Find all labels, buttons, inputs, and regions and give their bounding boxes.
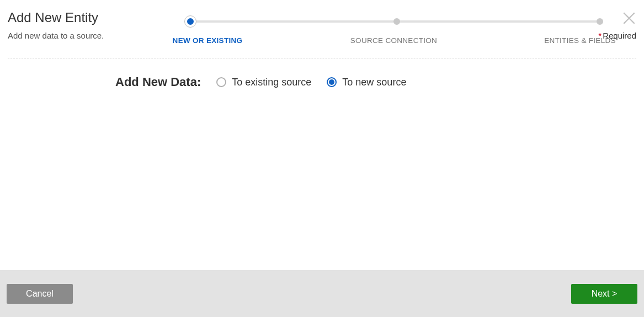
title-area: Add New Entity Add new data to a source. xyxy=(8,7,151,45)
required-label: Required xyxy=(603,31,636,40)
add-new-data-label: Add New Data: xyxy=(115,75,201,89)
radio-circle-icon xyxy=(216,77,226,87)
cancel-button[interactable]: Cancel xyxy=(7,284,73,304)
radio-circle-selected-icon xyxy=(327,77,337,87)
page-title: Add New Entity xyxy=(8,10,151,25)
asterisk-icon: * xyxy=(598,31,602,40)
step-label-new-or-existing: NEW OR EXISTING xyxy=(158,36,257,45)
stepper: NEW OR EXISTING SOURCE CONNECTION ENTITI… xyxy=(151,7,636,45)
required-note: *Required xyxy=(598,31,636,40)
radio-new-source[interactable]: To new source xyxy=(327,77,406,88)
page-subtitle: Add new data to a source. xyxy=(8,31,151,40)
wizard-footer: Cancel Next > xyxy=(0,270,644,317)
step-node-entities-fields[interactable] xyxy=(597,18,603,25)
stepper-nodes xyxy=(184,15,603,28)
wizard-header: Add New Entity Add new data to a source.… xyxy=(0,0,644,45)
radio-existing-source[interactable]: To existing source xyxy=(216,77,311,88)
step-label-source-connection: SOURCE CONNECTION xyxy=(344,36,444,45)
radio-new-label: To new source xyxy=(342,77,406,88)
step-node-source-connection[interactable] xyxy=(393,18,400,25)
stepper-labels: NEW OR EXISTING SOURCE CONNECTION ENTITI… xyxy=(158,36,630,45)
next-button[interactable]: Next > xyxy=(571,284,637,304)
radio-existing-label: To existing source xyxy=(232,77,311,88)
stepper-track xyxy=(184,15,603,26)
add-new-data-row: Add New Data: To existing source To new … xyxy=(115,75,636,89)
step-node-new-or-existing[interactable] xyxy=(184,15,196,28)
content-area: Add New Data: To existing source To new … xyxy=(0,58,644,106)
close-icon[interactable] xyxy=(622,11,636,25)
